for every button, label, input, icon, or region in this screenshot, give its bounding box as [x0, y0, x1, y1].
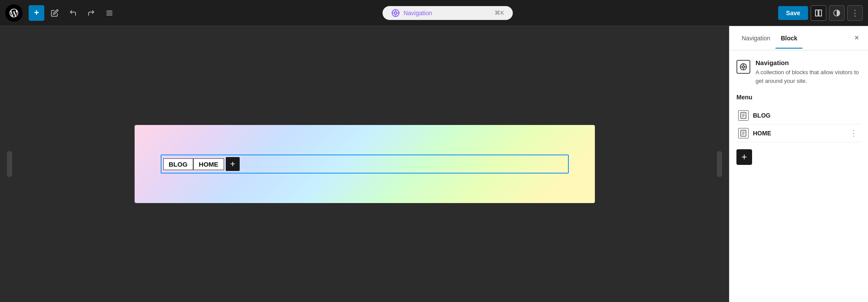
- tab-navigation[interactable]: Navigation: [736, 28, 776, 49]
- menu-item-home-more-button[interactable]: ⋮: [848, 128, 859, 138]
- menu-item-blog-icon: [738, 110, 749, 121]
- nav-label-text: Navigation: [403, 10, 432, 16]
- nav-add-icon: +: [230, 159, 235, 169]
- save-button[interactable]: Save: [778, 6, 808, 20]
- sidebar: Navigation Block ×: [729, 26, 868, 302]
- wp-logo[interactable]: [5, 4, 23, 22]
- redo-button[interactable]: [83, 5, 99, 21]
- menu-item-home-icon: [738, 128, 749, 138]
- menu-item-blog: BLOG: [736, 107, 861, 125]
- add-icon: +: [34, 8, 39, 18]
- redo-icon: [87, 9, 95, 17]
- pencil-icon: [51, 9, 59, 17]
- nav-item-blog[interactable]: BLOG: [163, 158, 193, 170]
- wordpress-icon: [9, 8, 19, 18]
- menu-item-blog-label: BLOG: [753, 112, 859, 119]
- nav-block-canvas: BLOG HOME +: [135, 125, 595, 203]
- canvas-scroll-right[interactable]: [717, 151, 722, 177]
- svg-rect-10: [819, 10, 822, 16]
- page-icon-home: [740, 130, 747, 137]
- block-nav-icon: [739, 63, 747, 71]
- canvas-scroll-left[interactable]: [7, 151, 12, 177]
- svg-point-4: [394, 12, 397, 14]
- menu-section-title: Menu: [736, 94, 861, 101]
- nav-label-left: Navigation: [391, 9, 432, 17]
- block-info-title: Navigation: [756, 59, 861, 66]
- toolbar: +: [0, 0, 868, 26]
- edit-button[interactable]: [47, 5, 63, 21]
- canvas-area: BLOG HOME +: [0, 26, 729, 302]
- list-view-button[interactable]: [102, 5, 117, 21]
- more-options-button[interactable]: ⋮: [847, 5, 863, 21]
- sidebar-close-button[interactable]: ×: [851, 32, 863, 44]
- list-icon: [106, 9, 113, 17]
- sidebar-header: Navigation Block ×: [729, 26, 868, 50]
- block-icon: [736, 60, 750, 74]
- block-info-text: Navigation A collection of blocks that a…: [756, 59, 861, 85]
- undo-icon: [69, 9, 77, 17]
- svg-rect-9: [815, 10, 818, 16]
- block-info: Navigation A collection of blocks that a…: [736, 59, 861, 85]
- block-info-desc: A collection of blocks that allow visito…: [756, 68, 861, 85]
- main-area: BLOG HOME + Navigation Block ×: [0, 26, 868, 302]
- contrast-icon: [833, 9, 841, 17]
- page-icon-blog: [740, 112, 747, 119]
- add-block-button[interactable]: +: [29, 5, 44, 21]
- undo-button[interactable]: [65, 5, 81, 21]
- nav-item-home[interactable]: HOME: [193, 158, 224, 170]
- nav-add-item-button[interactable]: +: [226, 157, 240, 171]
- sidebar-content: Navigation A collection of blocks that a…: [729, 50, 868, 174]
- navigation-icon: [391, 9, 400, 17]
- nav-items-row: BLOG HOME +: [161, 154, 569, 174]
- nav-shortcut: ⌘K: [495, 10, 504, 16]
- toggle-view-button[interactable]: [811, 5, 826, 21]
- toolbar-right: Save ⋮: [778, 5, 863, 21]
- add-menu-item-button[interactable]: +: [736, 149, 752, 165]
- view-icon: [815, 9, 822, 17]
- menu-item-home: HOME ⋮: [736, 125, 861, 142]
- ellipsis-icon: ⋮: [851, 8, 859, 18]
- toolbar-center: Navigation ⌘K: [120, 6, 776, 20]
- navigation-label-pill[interactable]: Navigation ⌘K: [383, 6, 513, 20]
- svg-point-13: [742, 66, 744, 68]
- contrast-button[interactable]: [829, 5, 845, 21]
- tab-block[interactable]: Block: [776, 28, 802, 49]
- menu-item-home-label: HOME: [753, 130, 844, 137]
